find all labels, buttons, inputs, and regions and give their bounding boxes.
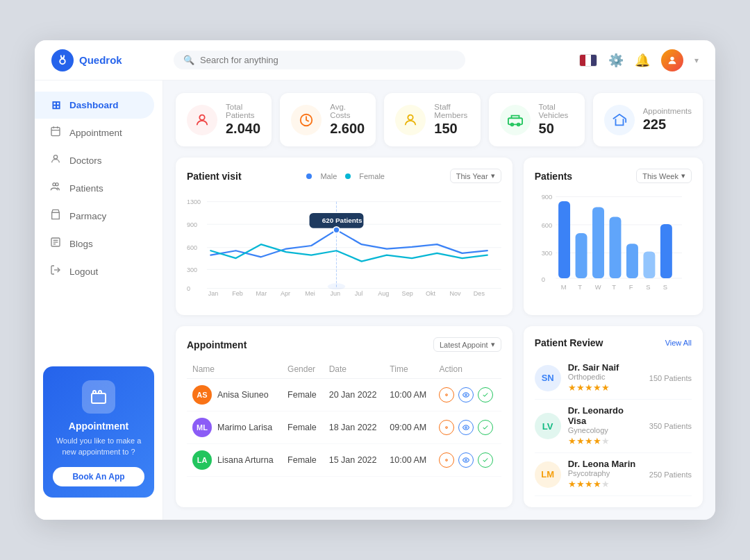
sidebar-item-dashboard[interactable]: ⊞ Dashboard	[35, 92, 154, 119]
patient-visit-chart: Patient visit Male Female This Year ▾	[176, 158, 512, 315]
svg-text:Apr: Apr	[281, 290, 290, 297]
patients-bar-chart: Patients This Week ▾ 900 600 300 0	[524, 158, 703, 315]
review-list: SN Dr. Sair Naif Orthopedic ★★★★★ 150 Pa…	[535, 357, 692, 496]
col-time: Time	[384, 360, 433, 379]
cell-name: ML Marimo Larisa	[187, 411, 282, 444]
stat-info-staff: Staff Members 150	[434, 103, 469, 137]
check-action-icon[interactable]	[478, 420, 493, 435]
patient-review-section: Patient Review View All SN Dr. Sair Naif…	[524, 326, 703, 507]
svg-text:Jul: Jul	[355, 290, 363, 297]
sidebar-item-parmacy[interactable]: Parmacy	[35, 202, 154, 230]
nav-label-dashboard: Dashboard	[69, 100, 119, 110]
male-legend-dot	[306, 173, 312, 179]
stat-total-patients: Total Patients 2.040	[176, 93, 272, 146]
svg-text:W: W	[594, 283, 601, 291]
search-bar[interactable]: 🔍	[174, 51, 465, 69]
stat-cards: Total Patients 2.040 Avg. Costs 2.600	[176, 93, 703, 146]
main-layout: ⊞ Dashboard Appointment Doctors Patient	[35, 80, 715, 520]
doctor-info: Dr. Leonardo Visa Gynecology ★★★★★	[568, 405, 642, 447]
bar-chart-filter[interactable]: This Week ▾	[636, 169, 692, 183]
logout-icon	[49, 264, 62, 278]
view-action-icon[interactable]	[458, 387, 474, 402]
patient-avatar: ML	[192, 418, 212, 437]
sidebar-item-appointment[interactable]: Appointment	[35, 119, 154, 146]
doctor-avatar: LM	[535, 461, 561, 488]
header: Quedrok 🔍 ⚙️ 🔔 ▾	[35, 40, 715, 80]
stat-icon-patients	[187, 105, 217, 135]
svg-text:M: M	[561, 283, 567, 291]
cell-action	[433, 379, 501, 411]
svg-rect-63	[660, 224, 672, 278]
user-menu-chevron[interactable]: ▾	[694, 56, 699, 65]
svg-point-35	[333, 227, 340, 233]
edit-action-icon[interactable]	[439, 420, 454, 435]
stat-icon-appointments	[604, 105, 635, 135]
svg-text:S: S	[646, 283, 650, 291]
stat-info-appointments: Appointments 225	[643, 107, 692, 133]
cell-gender: Female	[282, 444, 324, 477]
view-all-link[interactable]: View All	[665, 339, 692, 347]
sidebar-item-doctors[interactable]: Doctors	[35, 146, 154, 174]
stat-info-vehicles: Total Vehicles 50	[539, 103, 574, 137]
search-input[interactable]	[200, 55, 456, 65]
table-row: AS Anisa Siuneo Female 20 Jan 2022 10:00…	[187, 379, 501, 411]
check-action-icon[interactable]	[478, 452, 493, 468]
svg-point-36	[328, 283, 345, 289]
nav-label-blogs: Blogs	[69, 239, 93, 249]
doctor-name: Dr. Sair Naif	[568, 362, 619, 373]
appointment-filter[interactable]: Latest Appoint ▾	[433, 337, 501, 352]
svg-text:900: 900	[541, 193, 552, 201]
review-title: Patient Review	[535, 337, 603, 348]
female-legend-dot	[345, 173, 351, 179]
review-item: LV Dr. Leonardo Visa Gynecology ★★★★★ 35…	[535, 400, 692, 453]
sidebar-item-blogs[interactable]: Blogs	[35, 230, 154, 257]
bar-filter-chevron: ▾	[681, 171, 685, 180]
svg-text:1300: 1300	[187, 198, 201, 205]
nav-label-parmacy: Parmacy	[69, 211, 106, 221]
svg-text:Okt: Okt	[426, 290, 436, 297]
bottom-row: Appointment Latest Appoint ▾ Name Gender…	[176, 326, 703, 507]
appointment-header: Appointment Latest Appoint ▾	[187, 337, 501, 352]
svg-text:Des: Des	[474, 290, 485, 297]
stat-info-costs: Avg. Costs 2.600	[330, 103, 365, 137]
header-actions: ⚙️ 🔔 ▾	[579, 49, 699, 71]
user-avatar[interactable]	[661, 49, 683, 71]
patient-avatar: AS	[192, 385, 212, 405]
sidebar-item-patients[interactable]: Patients	[35, 174, 154, 202]
doctor-specialty: Orthopedic	[568, 373, 619, 381]
svg-text:T: T	[578, 283, 582, 291]
patient-filter-chevron: ▾	[491, 171, 495, 180]
edit-action-icon[interactable]	[439, 452, 454, 468]
col-gender: Gender	[282, 360, 324, 379]
patient-chart-filter[interactable]: This Year ▾	[450, 169, 501, 183]
view-action-icon[interactable]	[458, 420, 474, 435]
patient-avatar: LA	[192, 450, 212, 470]
svg-text:S: S	[662, 283, 667, 291]
svg-text:620 Patients: 620 Patients	[322, 217, 362, 224]
svg-text:Nov: Nov	[449, 290, 461, 297]
svg-rect-14	[92, 393, 106, 403]
svg-text:Jun: Jun	[330, 290, 340, 297]
svg-text:Mei: Mei	[305, 290, 315, 297]
cell-gender: Female	[282, 379, 324, 411]
appointment-filter-label: Latest Appoint	[440, 341, 488, 349]
book-appointment-button[interactable]: Book An App	[53, 467, 144, 486]
doctor-info: Dr. Leona Marin Psycotraphy ★★★★★	[568, 459, 636, 490]
table-row: LA Lisana Arturna Female 15 Jan 2022 10:…	[187, 444, 501, 477]
stat-info-patients: Total Patients 2.040	[226, 103, 260, 137]
promo-card: Appointment Would you like to make a new…	[43, 366, 154, 498]
svg-point-15	[199, 114, 204, 119]
parmacy-icon	[49, 209, 62, 223]
edit-action-icon[interactable]	[439, 387, 454, 402]
female-legend-label: Female	[359, 172, 385, 180]
doctor-patient-count: 150 Patients	[649, 374, 692, 382]
svg-point-6	[53, 155, 57, 159]
cell-date: 15 Jan 2022	[324, 444, 385, 477]
svg-point-75	[446, 459, 448, 461]
settings-icon[interactable]: ⚙️	[608, 53, 624, 68]
check-action-icon[interactable]	[478, 387, 493, 402]
view-action-icon[interactable]	[458, 452, 474, 468]
notification-icon[interactable]: 🔔	[635, 53, 650, 68]
sidebar-item-logout[interactable]: Logout	[35, 257, 154, 285]
doctor-stars: ★★★★★	[568, 434, 642, 447]
